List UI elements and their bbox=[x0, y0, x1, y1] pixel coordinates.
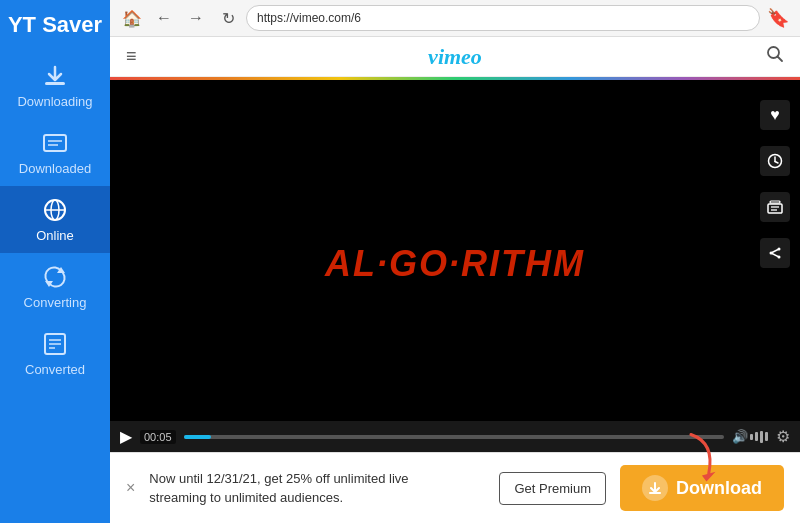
refresh-button[interactable]: ↻ bbox=[214, 4, 242, 32]
close-banner-button[interactable]: × bbox=[126, 479, 135, 497]
watch-later-icon[interactable] bbox=[760, 146, 790, 176]
bottom-banner: × Now until 12/31/21, get 25% off unlimi… bbox=[110, 452, 800, 523]
sidebar-item-converted-label: Converted bbox=[25, 362, 85, 377]
sidebar-item-downloaded[interactable]: Downloaded bbox=[0, 119, 110, 186]
collections-icon[interactable] bbox=[760, 192, 790, 222]
url-input[interactable] bbox=[246, 5, 760, 31]
bookmark-button[interactable]: 🔖 bbox=[764, 4, 792, 32]
home-button[interactable]: 🏠 bbox=[118, 4, 146, 32]
svg-rect-18 bbox=[768, 204, 782, 213]
progress-bar[interactable] bbox=[184, 435, 724, 439]
downloading-icon bbox=[41, 62, 69, 90]
browser-toolbar: 🏠 ← → ↻ 🔖 bbox=[110, 0, 800, 37]
video-container: AL·GO·RITHM ♥ bbox=[110, 80, 800, 452]
sidebar-item-downloading[interactable]: Downloading bbox=[0, 52, 110, 119]
sidebar: YT Saver Downloading Downloaded bbox=[0, 0, 110, 523]
svg-rect-21 bbox=[770, 201, 780, 203]
vimeo-logo: vimeo bbox=[428, 44, 482, 70]
back-button[interactable]: ← bbox=[150, 4, 178, 32]
sidebar-item-converted[interactable]: Converted bbox=[0, 320, 110, 387]
sidebar-item-online-label: Online bbox=[36, 228, 74, 243]
progress-fill bbox=[184, 435, 211, 439]
sidebar-item-converting-label: Converting bbox=[24, 295, 87, 310]
svg-point-26 bbox=[778, 256, 781, 259]
sidebar-item-online[interactable]: Online bbox=[0, 186, 110, 253]
banner-text: Now until 12/31/21, get 25% off unlimite… bbox=[149, 469, 485, 508]
svg-point-24 bbox=[770, 252, 773, 255]
volume-control[interactable]: 🔊 bbox=[732, 429, 768, 444]
svg-point-25 bbox=[778, 248, 781, 251]
svg-line-14 bbox=[778, 57, 783, 62]
online-icon bbox=[41, 196, 69, 224]
vimeo-search-icon[interactable] bbox=[766, 45, 784, 68]
vimeo-navbar: ≡ vimeo bbox=[110, 37, 800, 77]
sidebar-item-downloading-label: Downloading bbox=[17, 94, 92, 109]
svg-rect-1 bbox=[44, 135, 66, 151]
get-premium-button[interactable]: Get Premium bbox=[499, 472, 606, 505]
forward-button[interactable]: → bbox=[182, 4, 210, 32]
video-title: AL·GO·RITHM bbox=[325, 243, 585, 285]
like-icon[interactable]: ♥ bbox=[760, 100, 790, 130]
converted-icon bbox=[41, 330, 69, 358]
converting-icon bbox=[41, 263, 69, 291]
app-title: YT Saver bbox=[0, 0, 110, 52]
downloaded-icon bbox=[41, 129, 69, 157]
vimeo-menu-icon[interactable]: ≡ bbox=[126, 46, 137, 67]
svg-line-17 bbox=[775, 162, 778, 164]
sidebar-item-converting[interactable]: Converting bbox=[0, 253, 110, 320]
svg-rect-0 bbox=[45, 82, 65, 85]
time-display: 00:05 bbox=[140, 430, 176, 444]
share-icon[interactable] bbox=[760, 238, 790, 268]
download-icon bbox=[642, 475, 668, 501]
video-side-icons: ♥ bbox=[760, 100, 790, 268]
settings-button[interactable]: ⚙ bbox=[776, 427, 790, 446]
download-button-wrapper: Download bbox=[620, 465, 784, 511]
sidebar-item-downloaded-label: Downloaded bbox=[19, 161, 91, 176]
main-content: 🏠 ← → ↻ 🔖 ≡ vimeo AL·GO·RITHM ♥ bbox=[110, 0, 800, 523]
play-button[interactable]: ▶ bbox=[120, 427, 132, 446]
